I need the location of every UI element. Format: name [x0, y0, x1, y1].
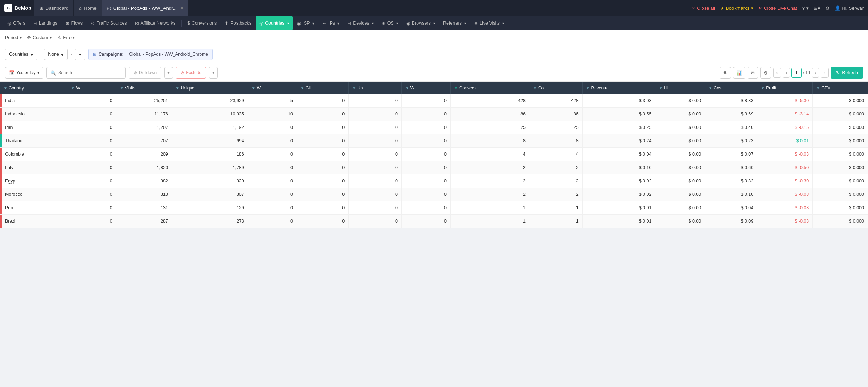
prev-page-button[interactable]: ‹: [783, 68, 790, 78]
dashboard-icon: ⊞: [39, 5, 43, 11]
td-un-1: 0: [349, 108, 402, 121]
nav-flows[interactable]: ⊕ Flows: [62, 16, 87, 30]
td-un-6: 0: [349, 174, 402, 188]
td-w2-4: 0: [248, 148, 297, 161]
exclude-caret-button[interactable]: ▾: [209, 67, 218, 79]
nav-traffic-sources[interactable]: ⊙ Traffic Sources: [87, 16, 130, 30]
filter-arrow-right-1: ›: [40, 52, 42, 56]
group1-select[interactable]: Countries ▾: [5, 49, 37, 60]
campaign-tag: ⊞ Campaigns: Global - PopAds - WW_Androi…: [88, 49, 213, 60]
conversions-icon: $: [187, 21, 190, 26]
nav-ips[interactable]: ↔ IPs ▾: [319, 16, 343, 30]
td-conversions-7: 2: [451, 188, 529, 201]
country-name-9: Brazil: [5, 219, 16, 224]
td-cli-0: 0: [297, 94, 348, 108]
td-country-7: Morocco: [0, 188, 67, 201]
browsers-caret-icon: ▾: [433, 21, 435, 25]
td-w3-3: 0: [401, 134, 450, 148]
view-toggle-button[interactable]: 👁: [720, 67, 731, 79]
custom-menu[interactable]: ⊕ Custom ▾: [27, 35, 52, 40]
wifi-icon: ◉: [297, 21, 301, 26]
td-hi-5: $ 0.00: [655, 161, 705, 174]
td-profit-4: $ -0.03: [757, 148, 813, 161]
country-name-7: Morocco: [5, 192, 22, 197]
settings-button[interactable]: ⚙: [825, 5, 830, 11]
exclude-button[interactable]: ⊗ Exclude: [176, 67, 206, 79]
errors-menu[interactable]: ⚠ Errors: [57, 35, 75, 40]
table-row: Iran 0 1,207 1,192 0 0 0 0 25 25 $ 0.25 …: [0, 121, 868, 134]
notifications-button[interactable]: ⊞▾: [814, 5, 820, 11]
nav-offers[interactable]: ◎ Offers: [4, 16, 29, 30]
refresh-button[interactable]: ↻ Refresh: [831, 67, 863, 79]
td-revenue-8: $ 0.01: [582, 201, 655, 215]
th-un: ▼Un...: [349, 82, 402, 94]
errors-icon: ⚠: [57, 35, 61, 40]
nav-conversions[interactable]: $ Conversions: [184, 16, 220, 30]
bookmarks-button[interactable]: ★ Bookmarks ▾: [720, 5, 753, 11]
first-page-button[interactable]: «: [773, 68, 781, 78]
tab-campaign[interactable]: ◎ Global - PopAds - WW_Andr... ✕: [102, 0, 189, 16]
th-visits: ▼Visits: [116, 82, 172, 94]
user-menu-button[interactable]: 👤 Hi, Serwar: [835, 5, 864, 11]
group2-select[interactable]: None ▾: [44, 49, 68, 60]
td-cli-1: 0: [297, 108, 348, 121]
th-w1: ▼W...: [67, 82, 116, 94]
ips-icon: ↔: [322, 21, 327, 26]
os-icon: ⊞: [382, 21, 386, 26]
nav-devices[interactable]: ⊞ Devices ▾: [344, 16, 377, 30]
filter-arrow-right-2: ›: [71, 52, 72, 56]
search-input-wrap[interactable]: 🔍: [46, 67, 126, 79]
th-co: ▼Co...: [529, 82, 583, 94]
drilldown-caret-button[interactable]: ▾: [164, 67, 173, 79]
td-cpv-0: $ 0.000: [813, 94, 868, 108]
group3-select[interactable]: ▾: [75, 49, 85, 60]
nav-referrers[interactable]: Referrers ▾: [439, 16, 470, 30]
nav-isp[interactable]: ◉ ISP ▾: [293, 16, 318, 30]
nav-affiliate-networks[interactable]: ⊠ Affiliate Networks: [131, 16, 179, 30]
td-unique-6: 929: [172, 174, 248, 188]
td-country-0: India: [0, 94, 67, 108]
nav-os[interactable]: ⊞ OS ▾: [378, 16, 402, 30]
tab-home-label: Home: [84, 5, 97, 11]
td-hi-3: $ 0.00: [655, 134, 705, 148]
td-un-4: 0: [349, 148, 402, 161]
nav-landings[interactable]: ⊞ Landings: [30, 16, 61, 30]
drilldown-button[interactable]: ⊕ Drilldown: [129, 67, 161, 79]
td-visits-5: 1,820: [116, 161, 172, 174]
tab-home[interactable]: ⌂ Home: [74, 0, 102, 16]
last-page-button[interactable]: »: [821, 68, 829, 78]
td-w2-6: 0: [248, 174, 297, 188]
close-all-button[interactable]: ✕ Close all: [692, 5, 715, 11]
td-conversions-8: 1: [451, 201, 529, 215]
td-unique-2: 1,192: [172, 121, 248, 134]
td-w1-8: 0: [67, 201, 116, 215]
td-w2-2: 0: [248, 121, 297, 134]
table-row: Indonesia 0 11,176 10,935 10 0 0 0 86 86…: [0, 108, 868, 121]
chart-button[interactable]: 📊: [733, 67, 745, 79]
tab-dashboard[interactable]: ⊞ Dashboard: [34, 0, 74, 16]
table-header-row: ▼Country ▼W... ▼Visits ▼Unique ... ▼W...…: [0, 82, 868, 94]
td-cpv-1: $ 0.000: [813, 108, 868, 121]
td-unique-5: 1,789: [172, 161, 248, 174]
custom-icon: ⊕: [27, 35, 31, 40]
nav-browsers[interactable]: ◉ Browsers ▾: [403, 16, 439, 30]
td-cost-7: $ 0.10: [705, 188, 757, 201]
date-picker-button[interactable]: 📅 Yesterday ▾: [5, 67, 43, 79]
search-input[interactable]: [58, 70, 122, 75]
help-button[interactable]: ? ▾: [802, 5, 809, 11]
td-visits-8: 131: [116, 201, 172, 215]
refresh-icon: ↻: [836, 70, 840, 76]
share-button[interactable]: ✉: [748, 67, 758, 79]
th-cost: ▼Cost: [705, 82, 757, 94]
nav-countries[interactable]: ◎ Countries ▾: [256, 16, 293, 30]
nav-live-visits[interactable]: ◈ Live Visits ▾: [471, 16, 508, 30]
close-chat-button[interactable]: ✕ Close Live Chat: [758, 5, 797, 11]
column-settings-button[interactable]: ⚙: [760, 67, 771, 79]
td-visits-9: 287: [116, 215, 172, 228]
period-menu[interactable]: Period ▾: [5, 35, 22, 40]
th-country: ▼Country: [0, 82, 67, 94]
live-visits-caret-icon: ▾: [502, 21, 504, 25]
tab-close-icon[interactable]: ✕: [180, 6, 183, 10]
next-page-button[interactable]: ›: [812, 68, 819, 78]
nav-postbacks[interactable]: ⬆ Postbacks: [221, 16, 255, 30]
